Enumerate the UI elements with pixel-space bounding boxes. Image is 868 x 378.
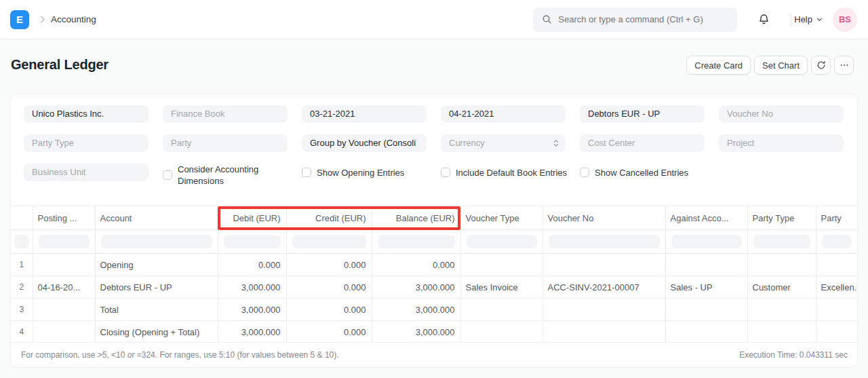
breadcrumb-accounting[interactable]: Accounting bbox=[51, 14, 96, 24]
column-filter-balance[interactable] bbox=[378, 235, 455, 248]
cell-party[interactable] bbox=[816, 299, 857, 321]
currency-filter[interactable]: Currency bbox=[441, 134, 566, 152]
cell-credit[interactable]: 0.000 bbox=[286, 299, 372, 321]
cell-party-type[interactable]: Customer bbox=[747, 276, 816, 299]
cell-against-account[interactable]: Sales - UP bbox=[665, 276, 747, 299]
column-filter-index[interactable] bbox=[14, 235, 29, 248]
column-filter-voucher-type[interactable] bbox=[467, 235, 537, 248]
column-filter-posting-date[interactable] bbox=[39, 235, 90, 248]
checkbox-box[interactable] bbox=[580, 168, 589, 177]
set-chart-button[interactable]: Set Chart bbox=[754, 56, 808, 75]
cell-party[interactable] bbox=[816, 321, 857, 343]
party-type-filter[interactable]: Party Type bbox=[24, 134, 149, 152]
cell-party-type[interactable] bbox=[747, 254, 816, 276]
row-number[interactable]: 1 bbox=[11, 254, 33, 276]
row-number[interactable]: 2 bbox=[11, 276, 33, 299]
include-default-book-entries-checkbox[interactable]: Include Default Book Entries bbox=[441, 164, 566, 181]
consider-accounting-dimensions-checkbox[interactable]: Consider Accounting Dimensions bbox=[163, 164, 288, 187]
cell-balance[interactable]: 3,000.000 bbox=[372, 299, 460, 321]
app-logo[interactable]: E bbox=[10, 10, 29, 29]
cell-balance[interactable]: 3,000.000 bbox=[372, 321, 460, 343]
help-menu[interactable]: Help bbox=[791, 14, 823, 24]
cell-voucher-type[interactable] bbox=[460, 254, 542, 276]
cell-balance[interactable]: 0.000 bbox=[372, 254, 460, 276]
cell-voucher-type[interactable] bbox=[460, 321, 542, 343]
column-filter-party-type[interactable] bbox=[753, 235, 810, 248]
show-opening-entries-checkbox[interactable]: Show Opening Entries bbox=[302, 164, 427, 181]
column-filter-account[interactable] bbox=[101, 235, 212, 248]
column-filter-voucher-no[interactable] bbox=[549, 235, 660, 248]
show-cancelled-entries-checkbox[interactable]: Show Cancelled Entries bbox=[580, 164, 705, 181]
cell-voucher-no[interactable] bbox=[542, 254, 665, 276]
cell-voucher-type[interactable] bbox=[460, 299, 542, 321]
column-header-balance[interactable]: Balance (EUR) bbox=[372, 206, 460, 230]
cell-voucher-no[interactable] bbox=[542, 299, 665, 321]
cell-debit[interactable]: 3,000.000 bbox=[218, 321, 286, 343]
cell-posting-date[interactable] bbox=[33, 321, 95, 343]
cell-party[interactable] bbox=[816, 254, 857, 276]
checkbox-box[interactable] bbox=[163, 170, 172, 180]
avatar[interactable]: BS bbox=[833, 7, 857, 32]
cell-credit[interactable]: 0.000 bbox=[286, 254, 372, 276]
cell-account[interactable]: Closing (Opening + Total) bbox=[95, 321, 218, 343]
column-header-party-type[interactable]: Party Type bbox=[747, 206, 816, 230]
cell-credit[interactable]: 0.000 bbox=[286, 321, 372, 343]
from-date-filter[interactable]: 03-21-2021 bbox=[302, 105, 427, 123]
cell-party-type[interactable] bbox=[747, 321, 816, 343]
project-filter[interactable]: Project bbox=[719, 134, 844, 152]
cell-account[interactable]: Total bbox=[95, 299, 218, 321]
column-filter-against-account[interactable] bbox=[671, 235, 742, 248]
party-filter[interactable]: Party bbox=[163, 134, 288, 152]
cell-balance[interactable]: 3,000.000 bbox=[372, 276, 460, 299]
column-header-party[interactable]: Party bbox=[816, 206, 857, 230]
cell-credit[interactable]: 0.000 bbox=[286, 276, 372, 299]
voucher-no-filter[interactable]: Voucher No bbox=[719, 105, 844, 123]
cell-debit[interactable]: 3,000.000 bbox=[218, 299, 286, 321]
cell-posting-date[interactable] bbox=[33, 299, 95, 321]
column-header-debit[interactable]: Debit (EUR) bbox=[218, 206, 286, 230]
row-number[interactable]: 4 bbox=[11, 321, 33, 343]
row-number[interactable]: 3 bbox=[11, 299, 33, 321]
cell-debit[interactable]: 3,000.000 bbox=[218, 276, 286, 299]
column-filter-credit[interactable] bbox=[292, 235, 366, 248]
checkbox-box[interactable] bbox=[302, 168, 311, 177]
cell-account[interactable]: Opening bbox=[95, 254, 218, 276]
refresh-button[interactable] bbox=[811, 56, 831, 75]
to-date-filter[interactable]: 04-21-2021 bbox=[441, 105, 566, 123]
create-card-button[interactable]: Create Card bbox=[686, 56, 751, 75]
cell-party[interactable]: Excellen... bbox=[816, 276, 857, 299]
cost-center-filter[interactable]: Cost Center bbox=[580, 134, 705, 152]
column-filter-party[interactable] bbox=[822, 235, 852, 248]
group-by-filter[interactable]: Group by Voucher (Consoli bbox=[302, 134, 427, 152]
cell-debit[interactable]: 0.000 bbox=[218, 254, 286, 276]
cell-voucher-no[interactable] bbox=[542, 321, 665, 343]
cell-voucher-type[interactable]: Sales Invoice bbox=[460, 276, 542, 299]
checkbox-box[interactable] bbox=[441, 168, 450, 177]
column-header-credit[interactable]: Credit (EUR) bbox=[286, 206, 372, 230]
cell-party-type[interactable] bbox=[747, 299, 816, 321]
column-header-posting-date[interactable]: Posting ... bbox=[33, 206, 95, 230]
cell-against-account[interactable] bbox=[665, 254, 747, 276]
column-header-voucher-type[interactable]: Voucher Type bbox=[460, 206, 542, 230]
notifications-bell-icon[interactable] bbox=[758, 14, 770, 25]
column-header-account[interactable]: Account bbox=[95, 206, 218, 230]
cell-against-account[interactable] bbox=[665, 299, 747, 321]
execution-time: Execution Time: 0.043311 sec bbox=[739, 350, 848, 360]
cell-posting-date[interactable] bbox=[33, 254, 95, 276]
column-filter-debit[interactable] bbox=[224, 235, 281, 248]
company-filter[interactable]: Unico Plastics Inc. bbox=[24, 105, 149, 123]
refresh-icon bbox=[816, 60, 826, 70]
app-logo-letter: E bbox=[16, 14, 23, 25]
business-unit-filter[interactable]: Business Unit bbox=[24, 164, 149, 181]
search-input[interactable]: Search or type a command (Ctrl + G) bbox=[533, 7, 737, 32]
column-header-against-account[interactable]: Against Acco... bbox=[665, 206, 747, 230]
column-header-voucher-no[interactable]: Voucher No bbox=[542, 206, 665, 230]
account-filter[interactable]: Debtors EUR - UP bbox=[580, 105, 705, 123]
cell-account[interactable]: Debtors EUR - UP bbox=[95, 276, 218, 299]
cell-posting-date[interactable]: 04-16-20... bbox=[33, 276, 95, 299]
cell-against-account[interactable] bbox=[665, 321, 747, 343]
cell-voucher-no[interactable]: ACC-SINV-2021-00007 bbox=[542, 276, 665, 299]
finance-book-filter[interactable]: Finance Book bbox=[163, 105, 288, 123]
report-card: Unico Plastics Inc. Finance Book 03-21-2… bbox=[10, 94, 858, 368]
menu-button[interactable] bbox=[834, 56, 854, 75]
